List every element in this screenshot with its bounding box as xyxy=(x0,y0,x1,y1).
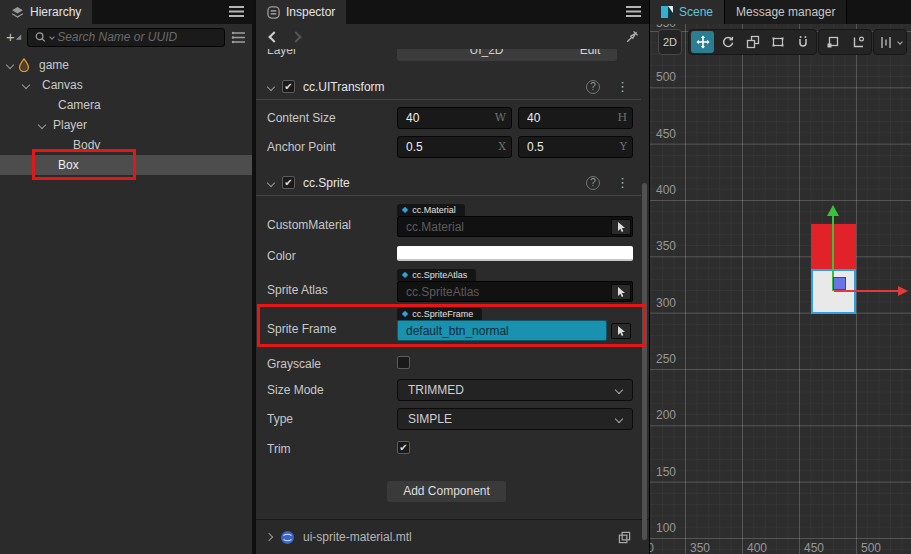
help-icon[interactable]: ? xyxy=(586,176,600,190)
collapse-chevron-icon[interactable] xyxy=(267,82,275,90)
inspector-menu-icon[interactable] xyxy=(626,5,641,18)
rotate-tool-button[interactable] xyxy=(716,31,739,53)
color-label: Color xyxy=(267,249,296,263)
uitransform-enabled-checkbox[interactable]: ✔ xyxy=(282,80,295,93)
hierarchy-menu-icon[interactable] xyxy=(229,5,244,18)
color-swatch[interactable] xyxy=(397,246,633,261)
2d-mode-button[interactable]: 2D xyxy=(658,29,682,55)
create-node-button[interactable]: +◢ xyxy=(6,30,21,44)
tab-hierarchy-label: Hierarchy xyxy=(30,5,81,19)
chevron-down-icon[interactable] xyxy=(20,82,32,88)
tab-scene[interactable]: Scene xyxy=(650,0,724,24)
local-coords-button[interactable] xyxy=(846,31,869,53)
grayscale-label: Grayscale xyxy=(267,357,321,371)
help-icon[interactable]: ? xyxy=(586,80,600,94)
grayscale-checkbox[interactable] xyxy=(397,356,410,369)
uitransform-header[interactable]: ✔ cc.UITransform ? ⋮ xyxy=(256,74,641,100)
sprite-enabled-checkbox[interactable]: ✔ xyxy=(282,176,295,189)
anchor-icon xyxy=(796,35,810,49)
anchor-x-field[interactable]: 0.5 X xyxy=(397,136,512,158)
rect-tool-button[interactable] xyxy=(766,31,789,53)
tree-node-camera[interactable]: Camera xyxy=(0,95,252,115)
type-value: SIMPLE xyxy=(408,412,452,426)
y-axis-label: 400 xyxy=(656,183,676,197)
tree-node-canvas[interactable]: Canvas xyxy=(0,75,252,95)
y-axis-label: 200 xyxy=(656,408,676,422)
kebab-menu-icon[interactable]: ⋮ xyxy=(616,175,629,190)
size-mode-dropdown[interactable]: TRIMMED xyxy=(397,379,633,401)
asset-picker-button[interactable] xyxy=(611,284,631,300)
copy-icon[interactable] xyxy=(618,531,631,544)
material-file-name[interactable]: ui-sprite-material.mtl xyxy=(303,530,412,544)
add-component-button[interactable]: Add Component xyxy=(387,481,506,502)
trim-checkbox[interactable]: ✔ xyxy=(397,441,410,454)
snap-icon xyxy=(826,35,840,49)
tree-node-body[interactable]: Body xyxy=(0,135,252,155)
sprite-atlas-field[interactable]: cc.SpriteAtlas xyxy=(397,281,633,302)
custom-material-field[interactable]: cc.Material xyxy=(397,216,633,237)
content-size-h-field[interactable]: 40 H xyxy=(518,107,633,129)
y-axis-label: 250 xyxy=(656,352,676,366)
type-dropdown[interactable]: SIMPLE xyxy=(397,408,633,430)
inspector-nav-row xyxy=(256,24,649,49)
x-axis-label: 400 xyxy=(747,541,767,554)
scale-tool-button[interactable] xyxy=(741,31,764,53)
filter-list-icon[interactable] xyxy=(231,31,246,44)
gizmo-y-arrowhead-icon xyxy=(827,205,839,216)
pin-icon[interactable] xyxy=(625,30,639,44)
anchor-tool-button[interactable] xyxy=(791,31,814,53)
check-icon: ✔ xyxy=(399,442,407,453)
cocos-creator-editor: Hierarchy +◢ xyxy=(0,0,911,554)
x-axis-label: 300 xyxy=(650,541,654,554)
inspector-icon xyxy=(267,6,280,19)
gizmo-x-axis[interactable] xyxy=(834,290,898,292)
kebab-menu-icon[interactable]: ⋮ xyxy=(616,79,629,94)
unit-w: W xyxy=(495,111,506,124)
search-options-chevron-icon[interactable] xyxy=(49,34,55,40)
expand-chevron-icon[interactable] xyxy=(265,533,273,541)
chevron-down-icon[interactable] xyxy=(4,62,16,68)
asset-picker-button[interactable] xyxy=(611,323,631,339)
tab-inspector[interactable]: Inspector xyxy=(256,0,346,24)
tree-node-label: game xyxy=(39,58,69,72)
tree-node-label: Body xyxy=(73,138,100,152)
y-axis-label: 350 xyxy=(656,239,676,253)
inspector-scrollbar[interactable] xyxy=(642,183,647,540)
tree-node-player[interactable]: Player xyxy=(0,115,252,135)
align-tools-button[interactable] xyxy=(876,31,896,53)
gizmo-center-handle[interactable] xyxy=(833,277,846,290)
search-icon xyxy=(34,31,47,44)
sprite-frame-field[interactable]: default_btn_normal xyxy=(397,320,607,341)
content-size-w-field[interactable]: 40 W xyxy=(397,107,512,129)
move-tool-button[interactable] xyxy=(691,31,714,53)
tree-node-game[interactable]: game xyxy=(0,55,252,75)
hierarchy-toolbar: +◢ xyxy=(0,24,252,50)
search-input[interactable] xyxy=(57,30,218,44)
sprite-header[interactable]: ✔ cc.Sprite ? ⋮ xyxy=(256,170,641,196)
tab-message-manager[interactable]: Message manager xyxy=(724,0,847,24)
scene-panel: Scene Message manager 550 500 450 400 35… xyxy=(650,0,911,554)
sprite-title: cc.Sprite xyxy=(303,176,350,190)
gizmo-x-arrowhead-icon xyxy=(898,286,908,296)
unit-h: H xyxy=(617,111,627,124)
check-icon: ✔ xyxy=(284,177,292,188)
collapse-chevron-icon[interactable] xyxy=(267,178,275,186)
nav-forward-icon[interactable] xyxy=(290,31,301,42)
asset-type-chip: ◆ cc.SpriteFrame xyxy=(397,308,482,320)
layer-dropdown[interactable]: UI_2D xyxy=(397,49,576,61)
layer-edit-button[interactable]: Edit xyxy=(563,49,617,61)
nav-back-icon[interactable] xyxy=(268,31,279,42)
tree-node-box-selected[interactable]: Box xyxy=(0,155,252,175)
snap-tool-button[interactable] xyxy=(821,31,844,53)
inspector-tabstrip: Inspector xyxy=(256,0,649,24)
sprite-frame-value: default_btn_normal xyxy=(398,324,509,338)
sprite-atlas-label: Sprite Atlas xyxy=(267,283,328,297)
transform-tool-group xyxy=(688,29,817,55)
chevron-down-icon[interactable] xyxy=(36,122,48,128)
scene-viewport[interactable]: 550 500 450 400 350 300 250 200 150 100 … xyxy=(650,24,911,554)
tree-node-label: Box xyxy=(58,158,79,172)
asset-picker-button[interactable] xyxy=(611,219,631,235)
anchor-y-field[interactable]: 0.5 Y xyxy=(518,136,633,158)
tab-hierarchy[interactable]: Hierarchy xyxy=(0,0,92,24)
y-axis-label: 300 xyxy=(656,296,676,310)
